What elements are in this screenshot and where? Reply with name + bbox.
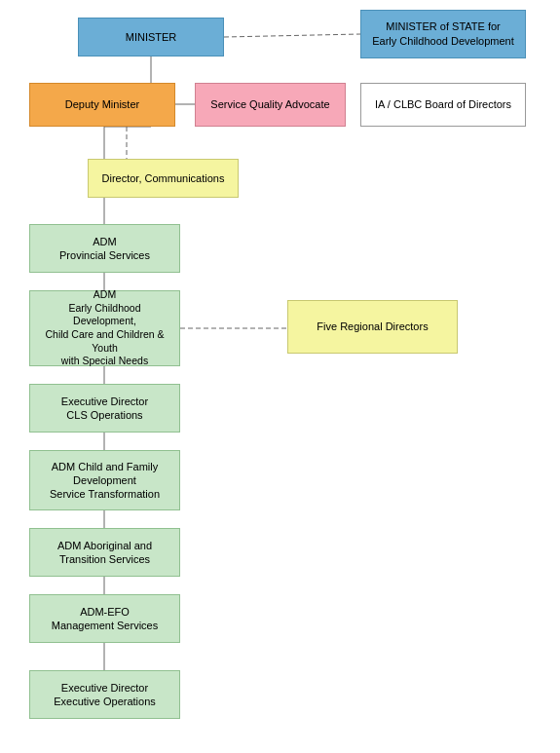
adm-aboriginal-node: ADM Aboriginal andTransition Services: [29, 528, 180, 577]
exec-dir-exec-node: Executive DirectorExecutive Operations: [29, 670, 180, 719]
exec-dir-cls-node: Executive DirectorCLS Operations: [29, 384, 180, 433]
adm-provincial-node: ADMProvincial Services: [29, 224, 180, 273]
minister-node: MINISTER: [78, 18, 224, 56]
service-quality-node: Service Quality Advocate: [195, 83, 346, 127]
org-chart: MINISTER MINISTER of STATE forEarly Chil…: [0, 0, 560, 753]
dir-communications-node: Director, Communications: [88, 159, 239, 198]
minister-state-label: MINISTER of STATE forEarly Childhood Dev…: [360, 10, 526, 58]
adm-child-family-node: ADM Child and FamilyDevelopmentService T…: [29, 450, 180, 510]
svg-line-0: [224, 34, 360, 37]
ia-clbc-node: IA / CLBC Board of Directors: [360, 83, 526, 127]
adm-early-node: ADMEarly Childhood Development,Child Car…: [29, 290, 180, 366]
adm-efo-node: ADM-EFOManagement Services: [29, 594, 180, 643]
five-regional-directors-node: Five Regional Directors: [287, 300, 458, 354]
deputy-minister-node: Deputy Minister: [29, 83, 175, 127]
